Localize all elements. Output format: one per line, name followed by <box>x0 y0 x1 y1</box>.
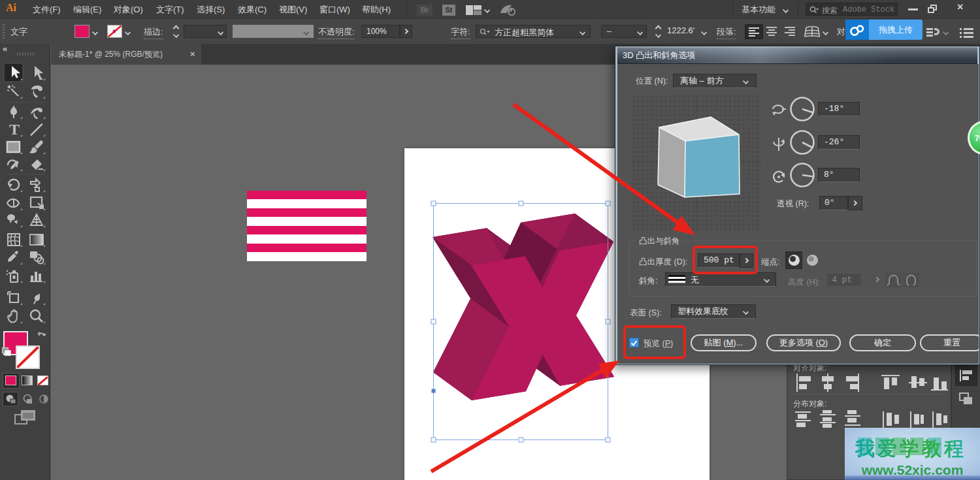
svg-text:T: T <box>9 121 20 138</box>
